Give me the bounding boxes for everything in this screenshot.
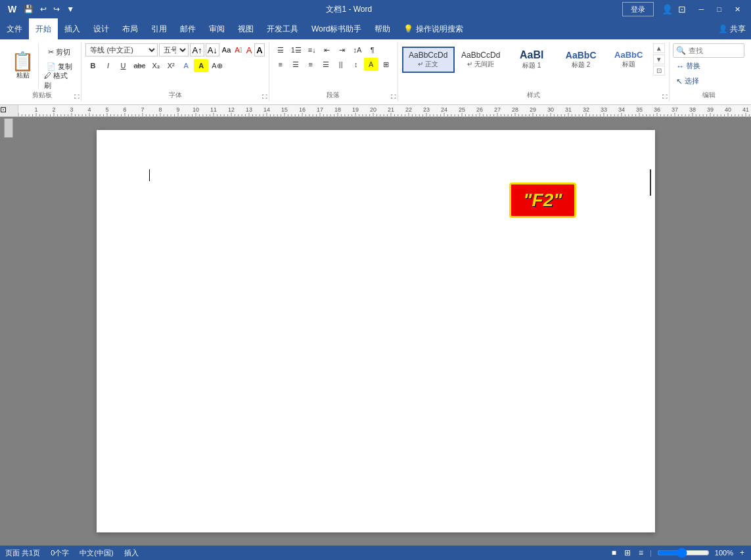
share-icon[interactable]: ⊡ <box>678 4 686 14</box>
superscript-button[interactable]: X² <box>164 59 178 72</box>
zoom-level: 100% <box>715 549 733 557</box>
read-view-button[interactable]: ≡ <box>637 548 645 557</box>
bullets-button[interactable]: ☰ <box>273 43 288 56</box>
styles-expand-icon[interactable]: ⛶ <box>662 94 668 100</box>
increase-font-button[interactable]: A↑ <box>190 43 204 56</box>
clear-format-button[interactable]: A⃝ <box>233 46 243 54</box>
show-paragraph-button[interactable]: ¶ <box>365 43 380 56</box>
font-group: 等线 (中文正) 五号 小四 四号 A↑ A↓ Aa A⃝ A A B <box>81 42 269 101</box>
menu-references[interactable]: 引用 <box>145 18 173 39</box>
style-heading2[interactable]: AaBbC 标题 2 <box>557 46 606 74</box>
restore-button[interactable]: □ <box>712 2 727 16</box>
close-button[interactable]: ✕ <box>729 2 746 16</box>
menu-design[interactable]: 设计 <box>87 18 116 39</box>
status-right: ■ ⊞ ≡ | 100% + <box>610 548 746 557</box>
menu-help[interactable]: 帮助 <box>368 18 397 39</box>
text-cursor <box>149 169 150 181</box>
column-button[interactable]: || <box>334 58 348 71</box>
highlight-color-button[interactable]: A <box>194 59 208 72</box>
format-painter-button[interactable]: 🖊 格式刷 <box>41 74 77 87</box>
styles-scroll-down[interactable]: ▼ <box>653 54 665 64</box>
clipboard-expand-icon[interactable]: ⛶ <box>74 94 80 100</box>
menu-review[interactable]: 审阅 <box>202 18 231 39</box>
styles-more[interactable]: ⊡ <box>653 66 665 75</box>
undo-icon[interactable]: ↩ <box>38 3 49 15</box>
font-expand-icon[interactable]: ⛶ <box>262 94 267 100</box>
styles-gallery: AaBbCcDd ↵ 正文 AaBbCcDd ↵ 无间距 AaBl 标题 1 <box>402 45 652 74</box>
text-highlight-button[interactable]: A <box>245 45 254 55</box>
clipboard-label: 剪贴板 <box>3 91 81 100</box>
line-spacing-button[interactable]: ↕ <box>349 58 363 71</box>
status-left: 页面 共1页 0个字 中文(中国) 插入 <box>5 548 139 558</box>
zoom-in-button[interactable]: + <box>739 548 746 557</box>
user-icon[interactable]: 👤 <box>662 4 673 14</box>
font-name-select[interactable]: 等线 (中文正) <box>85 43 158 56</box>
ruler-corner[interactable]: ⊡ <box>0 105 18 117</box>
italic-button[interactable]: I <box>101 59 115 72</box>
zoom-slider[interactable] <box>657 549 710 556</box>
font-size-select[interactable]: 五号 小四 四号 <box>159 43 189 56</box>
select-button[interactable]: ↖ 选择 <box>673 74 744 88</box>
text-color-button[interactable]: A <box>179 59 193 72</box>
styles-group: AaBbCcDd ↵ 正文 AaBbCcDd ↵ 无间距 AaBl 标题 1 <box>398 42 670 101</box>
title-bar: W 💾 ↩ ↪ ▼ 文档1 - Word 登录 👤 ⊡ ─ □ ✕ <box>0 0 751 18</box>
style-h-label: 标题 <box>612 60 645 69</box>
replace-button[interactable]: ↔ 替换 <box>673 59 744 73</box>
borders-button[interactable]: ⊞ <box>379 58 394 71</box>
shading-button[interactable]: A <box>364 58 378 71</box>
menu-view[interactable]: 视图 <box>231 18 260 39</box>
menu-developer[interactable]: 开发工具 <box>260 18 305 39</box>
align-right-button[interactable]: ≡ <box>304 58 318 71</box>
paste-label: 粘贴 <box>16 71 30 80</box>
lightbulb-icon: 💡 <box>403 24 413 33</box>
font-more-button[interactable]: A⊕ <box>209 59 225 72</box>
font-controls: 等线 (中文正) 五号 小四 四号 A↑ A↓ Aa A⃝ A A B <box>85 43 264 89</box>
strikethrough-button[interactable]: abc <box>131 59 148 72</box>
sort-button[interactable]: ↕A <box>350 43 365 56</box>
numbering-button[interactable]: 1☰ <box>288 43 304 56</box>
paragraph-expand-icon[interactable]: ⛶ <box>391 94 396 100</box>
text-cursor-area <box>149 169 603 181</box>
document-area[interactable]: "F2" <box>0 117 751 546</box>
share-button[interactable]: 👤 共享 <box>718 24 746 33</box>
page-count: 页面 共1页 <box>5 548 40 558</box>
menu-layout[interactable]: 布局 <box>116 18 145 39</box>
login-button[interactable]: 登录 <box>622 2 654 16</box>
bold-button[interactable]: B <box>85 59 100 72</box>
menu-insert[interactable]: 插入 <box>58 18 87 39</box>
underline-button[interactable]: U <box>116 59 130 72</box>
menu-word-assistant[interactable]: Word标书助手 <box>305 18 368 39</box>
font-name-size-row: 等线 (中文正) 五号 小四 四号 A↑ A↓ Aa A⃝ A A <box>85 43 264 56</box>
align-left-button[interactable]: ≡ <box>273 58 288 71</box>
style-heading1[interactable]: AaBl 标题 1 <box>507 45 557 74</box>
paragraph-label: 段落 <box>269 91 398 100</box>
document-page[interactable]: "F2" <box>97 130 655 532</box>
bold-font-button[interactable]: A <box>254 43 264 56</box>
web-view-button[interactable]: ⊞ <box>623 548 632 557</box>
style-normal[interactable]: AaBbCcDd ↵ 正文 <box>402 47 455 73</box>
menu-home[interactable]: 开始 <box>29 18 58 39</box>
print-view-button[interactable]: ■ <box>610 548 618 557</box>
style-nospace-preview: AaBbCcDd <box>461 51 501 60</box>
style-heading[interactable]: AaBbC 标题 <box>606 46 652 73</box>
decrease-indent-button[interactable]: ⇤ <box>320 43 334 56</box>
style-no-space[interactable]: AaBbCcDd ↵ 无间距 <box>455 47 507 73</box>
increase-indent-button[interactable]: ⇥ <box>335 43 350 56</box>
save-icon[interactable]: 💾 <box>22 3 35 15</box>
align-center-button[interactable]: ☰ <box>288 58 303 71</box>
paste-button[interactable]: 📋 粘贴 <box>7 43 39 89</box>
cut-button[interactable]: ✂ 剪切 <box>41 45 77 58</box>
justify-button[interactable]: ☰ <box>319 58 333 71</box>
menu-mailings[interactable]: 邮件 <box>173 18 202 39</box>
customize-icon[interactable]: ▼ <box>64 3 76 15</box>
menu-search-actions[interactable]: 💡 操作说明搜索 <box>397 18 469 39</box>
decrease-font-button[interactable]: A↓ <box>206 43 219 56</box>
search-input[interactable] <box>689 47 741 54</box>
redo-icon[interactable]: ↪ <box>51 3 62 15</box>
minimize-button[interactable]: ─ <box>694 2 710 16</box>
change-case-button[interactable]: Aa <box>221 46 232 54</box>
multilevel-list-button[interactable]: ≡↓ <box>305 43 319 56</box>
menu-file[interactable]: 文件 <box>0 18 29 39</box>
styles-scroll-up[interactable]: ▲ <box>653 43 665 53</box>
subscript-button[interactable]: X₂ <box>148 59 163 72</box>
